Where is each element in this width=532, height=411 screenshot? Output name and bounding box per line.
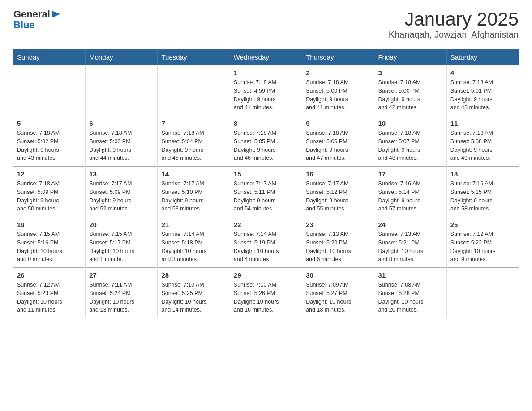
day-info: Sunrise: 7:17 AMSunset: 5:10 PMDaylight:… [161,180,226,213]
calendar-day-14: 14Sunrise: 7:17 AMSunset: 5:10 PMDayligh… [158,167,230,217]
calendar-week-row: 26Sunrise: 7:12 AMSunset: 5:23 PMDayligh… [13,268,519,318]
day-number: 26 [17,271,82,279]
calendar-week-row: 5Sunrise: 7:18 AMSunset: 5:02 PMDaylight… [13,116,519,167]
day-info: Sunrise: 7:11 AMSunset: 5:24 PMDaylight:… [89,281,154,314]
calendar-day-26: 26Sunrise: 7:12 AMSunset: 5:23 PMDayligh… [13,268,86,318]
title-section: January 2025 Khanaqah, Jowzjan, Afghanis… [389,9,519,40]
column-header-saturday: Saturday [446,49,519,65]
calendar-day-24: 24Sunrise: 7:13 AMSunset: 5:21 PMDayligh… [374,217,446,268]
calendar-header-row: SundayMondayTuesdayWednesdayThursdayFrid… [13,49,519,65]
day-info: Sunrise: 7:10 AMSunset: 5:26 PMDaylight:… [234,281,298,314]
calendar-empty-cell [446,268,519,318]
calendar-day-27: 27Sunrise: 7:11 AMSunset: 5:24 PMDayligh… [86,268,158,318]
day-number: 4 [450,69,515,77]
logo-triangle-icon [51,9,61,19]
day-info: Sunrise: 7:15 AMSunset: 5:17 PMDaylight:… [89,230,154,264]
day-number: 14 [161,170,226,178]
day-info: Sunrise: 7:13 AMSunset: 5:21 PMDaylight:… [378,230,442,264]
day-info: Sunrise: 7:18 AMSunset: 5:08 PMDaylight:… [450,129,515,163]
calendar-day-15: 15Sunrise: 7:17 AMSunset: 5:11 PMDayligh… [230,167,302,217]
day-number: 8 [234,120,298,127]
calendar-day-13: 13Sunrise: 7:17 AMSunset: 5:09 PMDayligh… [86,167,158,217]
calendar-day-10: 10Sunrise: 7:18 AMSunset: 5:07 PMDayligh… [374,116,446,167]
logo-blue-text: Blue [13,19,35,30]
day-number: 29 [234,271,298,279]
day-info: Sunrise: 7:18 AMSunset: 4:59 PMDaylight:… [234,78,298,112]
day-info: Sunrise: 7:13 AMSunset: 5:20 PMDaylight:… [306,230,370,264]
calendar-day-17: 17Sunrise: 7:16 AMSunset: 5:14 PMDayligh… [374,167,446,217]
day-info: Sunrise: 7:12 AMSunset: 5:22 PMDaylight:… [450,230,515,264]
calendar-day-30: 30Sunrise: 7:09 AMSunset: 5:27 PMDayligh… [302,268,374,318]
day-number: 7 [161,120,226,127]
day-number: 11 [450,120,515,127]
day-info: Sunrise: 7:14 AMSunset: 5:18 PMDaylight:… [161,230,226,264]
day-info: Sunrise: 7:18 AMSunset: 5:07 PMDaylight:… [378,129,442,163]
day-number: 5 [17,120,82,127]
day-number: 23 [306,221,370,228]
day-info: Sunrise: 7:10 AMSunset: 5:25 PMDaylight:… [161,281,226,314]
column-header-thursday: Thursday [302,49,374,65]
calendar-day-12: 12Sunrise: 7:18 AMSunset: 5:09 PMDayligh… [13,167,86,217]
calendar-day-2: 2Sunrise: 7:18 AMSunset: 5:00 PMDaylight… [302,65,374,116]
calendar-week-row: 12Sunrise: 7:18 AMSunset: 5:09 PMDayligh… [13,167,519,217]
column-header-sunday: Sunday [13,49,86,65]
day-number: 27 [89,271,154,279]
calendar-day-29: 29Sunrise: 7:10 AMSunset: 5:26 PMDayligh… [230,268,302,318]
day-number: 12 [17,170,82,178]
day-number: 1 [234,69,298,77]
calendar-day-3: 3Sunrise: 7:18 AMSunset: 5:00 PMDaylight… [374,65,446,116]
day-info: Sunrise: 7:12 AMSunset: 5:23 PMDaylight:… [17,281,82,314]
day-number: 21 [161,221,226,228]
day-number: 13 [89,170,154,178]
day-number: 22 [234,221,298,228]
day-info: Sunrise: 7:17 AMSunset: 5:09 PMDaylight:… [89,180,154,213]
calendar-empty-cell [86,65,158,116]
calendar-day-31: 31Sunrise: 7:08 AMSunset: 5:28 PMDayligh… [374,268,446,318]
day-number: 24 [378,221,442,228]
day-number: 2 [306,69,370,77]
day-info: Sunrise: 7:14 AMSunset: 5:19 PMDaylight:… [234,230,298,264]
calendar-day-11: 11Sunrise: 7:18 AMSunset: 5:08 PMDayligh… [446,116,519,167]
column-header-friday: Friday [374,49,446,65]
day-number: 16 [306,170,370,178]
day-number: 28 [161,271,226,279]
day-info: Sunrise: 7:08 AMSunset: 5:28 PMDaylight:… [378,281,442,314]
calendar-day-7: 7Sunrise: 7:18 AMSunset: 5:04 PMDaylight… [158,116,230,167]
calendar-day-25: 25Sunrise: 7:12 AMSunset: 5:22 PMDayligh… [446,217,519,268]
day-number: 30 [306,271,370,279]
calendar-table: SundayMondayTuesdayWednesdayThursdayFrid… [13,49,519,318]
calendar-day-18: 18Sunrise: 7:16 AMSunset: 5:15 PMDayligh… [446,167,519,217]
day-info: Sunrise: 7:09 AMSunset: 5:27 PMDaylight:… [306,281,370,314]
day-number: 17 [378,170,442,178]
calendar-day-19: 19Sunrise: 7:15 AMSunset: 5:16 PMDayligh… [13,217,86,268]
logo-general-text: General [13,9,50,20]
day-number: 15 [234,170,298,178]
day-info: Sunrise: 7:17 AMSunset: 5:12 PMDaylight:… [306,180,370,213]
day-info: Sunrise: 7:18 AMSunset: 5:02 PMDaylight:… [17,129,82,163]
day-info: Sunrise: 7:18 AMSunset: 5:03 PMDaylight:… [89,129,154,163]
day-info: Sunrise: 7:18 AMSunset: 5:00 PMDaylight:… [378,78,442,112]
day-info: Sunrise: 7:15 AMSunset: 5:16 PMDaylight:… [17,230,82,264]
day-number: 25 [450,221,515,228]
calendar-day-6: 6Sunrise: 7:18 AMSunset: 5:03 PMDaylight… [86,116,158,167]
day-number: 6 [89,120,154,127]
day-number: 18 [450,170,515,178]
calendar-day-22: 22Sunrise: 7:14 AMSunset: 5:19 PMDayligh… [230,217,302,268]
calendar-day-5: 5Sunrise: 7:18 AMSunset: 5:02 PMDaylight… [13,116,86,167]
day-info: Sunrise: 7:18 AMSunset: 5:06 PMDaylight:… [306,129,370,163]
calendar-week-row: 19Sunrise: 7:15 AMSunset: 5:16 PMDayligh… [13,217,519,268]
day-info: Sunrise: 7:18 AMSunset: 5:04 PMDaylight:… [161,129,226,163]
day-number: 19 [17,221,82,228]
calendar-day-28: 28Sunrise: 7:10 AMSunset: 5:25 PMDayligh… [158,268,230,318]
day-info: Sunrise: 7:17 AMSunset: 5:11 PMDaylight:… [234,180,298,213]
column-header-wednesday: Wednesday [230,49,302,65]
day-number: 31 [378,271,442,279]
day-info: Sunrise: 7:18 AMSunset: 5:09 PMDaylight:… [17,180,82,213]
day-info: Sunrise: 7:18 AMSunset: 5:05 PMDaylight:… [234,129,298,163]
day-info: Sunrise: 7:18 AMSunset: 5:00 PMDaylight:… [306,78,370,112]
calendar-day-21: 21Sunrise: 7:14 AMSunset: 5:18 PMDayligh… [158,217,230,268]
day-number: 3 [378,69,442,77]
day-number: 9 [306,120,370,127]
calendar-title: January 2025 [389,9,519,30]
calendar-day-20: 20Sunrise: 7:15 AMSunset: 5:17 PMDayligh… [86,217,158,268]
